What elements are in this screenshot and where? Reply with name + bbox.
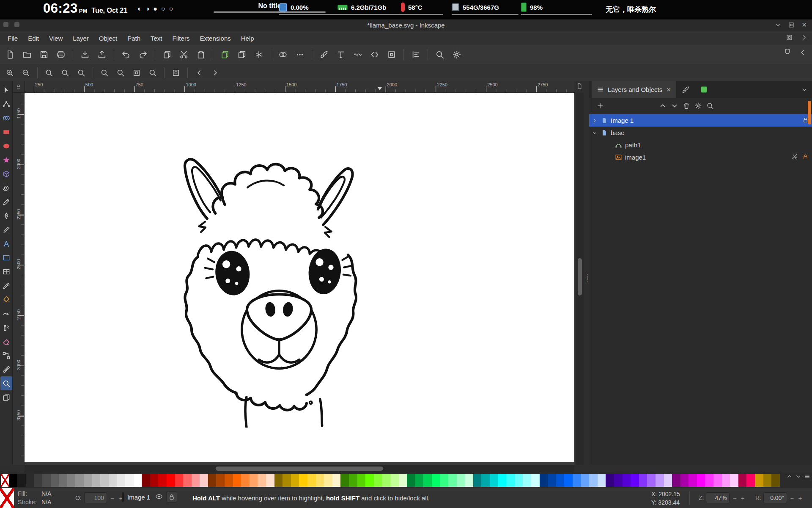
system-tray[interactable]: ◐ ◑ ● ○ ○	[137, 5, 173, 13]
swatch-#ffe0cc[interactable]	[266, 474, 274, 487]
swatch-#66a3ff[interactable]	[581, 474, 590, 487]
horizontal-ruler[interactable]: 2505007501000125015001750200022502500275…	[25, 81, 574, 93]
menu-file[interactable]: File	[3, 33, 23, 44]
swatch-#3c3c3c[interactable]	[34, 474, 42, 487]
star-tool[interactable]	[0, 153, 12, 167]
swatch-#330080[interactable]	[606, 474, 614, 487]
fill-indicator[interactable]: Fill: N/A	[18, 490, 51, 497]
maximize-icon[interactable]	[788, 22, 795, 28]
swatch-#800080[interactable]	[672, 474, 680, 487]
spray-tool[interactable]	[0, 320, 12, 334]
swatch-#ff6666[interactable]	[183, 474, 192, 487]
swatch-#0055d4[interactable]	[556, 474, 565, 487]
swatch-#800000[interactable]	[142, 474, 150, 487]
swatch-#00ff66[interactable]	[432, 474, 440, 487]
add-layer-button[interactable]	[594, 100, 606, 112]
move-layer-down-button[interactable]	[669, 100, 680, 112]
swatch-#99ffc2[interactable]	[457, 474, 465, 487]
swatch-#cce0ff[interactable]	[598, 474, 606, 487]
preferences-button[interactable]	[449, 47, 464, 62]
menu-view[interactable]: View	[44, 33, 68, 44]
swatch-#ff33ff[interactable]	[705, 474, 713, 487]
text-dialog-button[interactable]	[333, 47, 348, 62]
command-palette-icon[interactable]	[786, 34, 793, 41]
temperature-monitor[interactable]: 58°C	[401, 2, 443, 15]
swatch-#d6d6d6[interactable]	[109, 474, 117, 487]
vertical-scrollbar[interactable]	[576, 93, 584, 465]
zoom-2-1-button[interactable]	[74, 66, 88, 80]
fill-stroke-swatch[interactable]	[0, 488, 14, 508]
swatch-#66ff00[interactable]	[365, 474, 374, 487]
swatch-#b4b4b4[interactable]	[92, 474, 101, 487]
rotation-input[interactable]: 0.00°	[763, 492, 787, 503]
zoom-1-1-button[interactable]	[42, 66, 56, 80]
swatch-#665200[interactable]	[771, 474, 780, 487]
unlink-clone-button[interactable]	[251, 47, 266, 62]
lock-badge-icon[interactable]	[802, 154, 809, 161]
tab-swatches[interactable]	[695, 81, 713, 98]
swatch-#aa8800[interactable]	[283, 474, 291, 487]
current-layer-selector[interactable]: Image 1	[122, 491, 177, 502]
swatch-#338000[interactable]	[340, 474, 349, 487]
swatch-#ff00ff[interactable]	[697, 474, 705, 487]
swatch-#e0ccff[interactable]	[664, 474, 672, 487]
layer-visibility-toggle[interactable]	[155, 493, 163, 502]
menu-help[interactable]: Help	[236, 33, 259, 44]
spiral-tool[interactable]	[0, 181, 12, 195]
swatch-#aa0044[interactable]	[738, 474, 747, 487]
menu-extensions[interactable]: Extensions	[195, 33, 236, 44]
panel-splitter[interactable]: ⋮⋮	[584, 93, 589, 465]
palette-scroll-up-icon[interactable]	[786, 473, 793, 480]
zoom-drawing-button[interactable]	[113, 66, 128, 80]
zoom-page-width-button[interactable]	[145, 66, 160, 80]
swatch-#e0ffcc[interactable]	[399, 474, 407, 487]
zoom-selection-button[interactable]	[97, 66, 112, 80]
box3d-tool[interactable]	[0, 167, 12, 181]
bezier-tool[interactable]	[0, 209, 12, 223]
layer-lock-toggle[interactable]	[166, 491, 177, 502]
eraser-tool[interactable]	[0, 334, 12, 348]
move-layer-up-button[interactable]	[657, 100, 669, 112]
swatch-#000000[interactable]	[9, 474, 18, 487]
xml-editor-button[interactable]	[367, 47, 382, 62]
paint-bucket-tool[interactable]	[0, 293, 12, 306]
zoom-decrease-icon[interactable]: −	[732, 494, 738, 502]
swatch-#008033[interactable]	[407, 474, 415, 487]
swatch-none[interactable]	[1, 474, 9, 487]
swatch-#ffc299[interactable]	[258, 474, 266, 487]
menu-edit[interactable]: Edit	[23, 33, 44, 44]
swatch-#0066ff[interactable]	[564, 474, 573, 487]
snap-toggle-icon[interactable]	[783, 48, 792, 57]
zoom-increase-icon[interactable]: +	[740, 494, 746, 502]
rectangle-tool[interactable]	[0, 125, 12, 139]
swatch-#008080[interactable]	[473, 474, 482, 487]
shape-builder-tool[interactable]	[0, 111, 12, 125]
swatch-#ffccff[interactable]	[730, 474, 738, 487]
swatch-#ff9999[interactable]	[192, 474, 200, 487]
tab-fill-stroke[interactable]	[676, 81, 695, 98]
gradient-tool[interactable]	[0, 251, 12, 265]
palette-scroll-down-icon[interactable]	[795, 473, 801, 480]
pencil-tool[interactable]	[0, 195, 12, 209]
swatch-#a3ff66[interactable]	[382, 474, 390, 487]
swatch-#6f6f6f[interactable]	[59, 474, 67, 487]
text-tool[interactable]	[0, 237, 12, 251]
swatch-#66ffff[interactable]	[515, 474, 523, 487]
filter-effects-button[interactable]	[350, 47, 365, 62]
swatch-#803300[interactable]	[208, 474, 217, 487]
swatch-#33ff85[interactable]	[440, 474, 448, 487]
swatch-#ccffe0[interactable]	[465, 474, 473, 487]
node-tool[interactable]	[0, 97, 12, 111]
fill-stroke-dialog-button[interactable]	[316, 47, 332, 62]
tray-icon-3[interactable]: ●	[153, 5, 157, 13]
swatch-#d4aa00[interactable]	[291, 474, 299, 487]
create-clone-button[interactable]	[234, 47, 250, 62]
ellipse-tool[interactable]	[0, 139, 12, 153]
swatch-#c2ff99[interactable]	[390, 474, 399, 487]
palette-menu-icon[interactable]	[804, 473, 810, 480]
swatch-#c5c5c5[interactable]	[100, 474, 109, 487]
swatch-#44aa00[interactable]	[349, 474, 357, 487]
menu-path[interactable]: Path	[122, 33, 145, 44]
align-distribute-button[interactable]	[408, 47, 423, 62]
vertical-ruler[interactable]: 1750200022502500275030003250	[13, 93, 25, 465]
